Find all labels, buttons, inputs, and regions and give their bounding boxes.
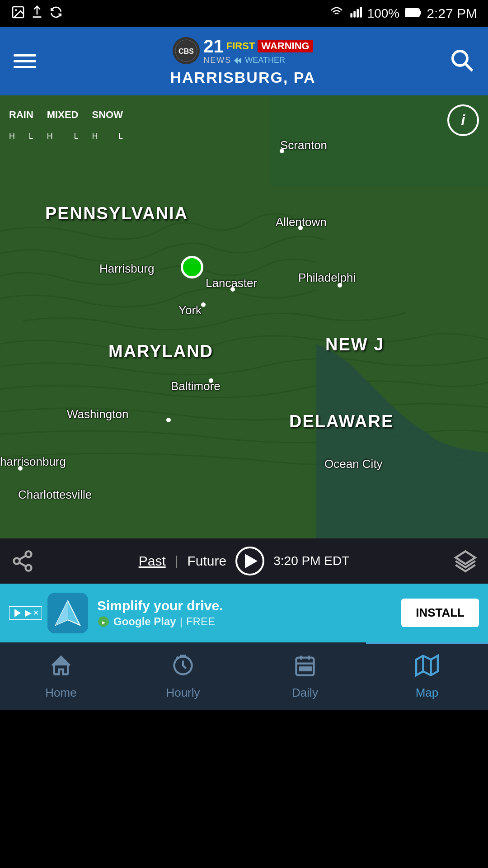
- svg-rect-33: [304, 668, 307, 671]
- upload-icon: [30, 5, 44, 23]
- svg-rect-4: [357, 9, 359, 18]
- logo-number: 21: [203, 36, 224, 56]
- scranton-label: Scranton: [280, 138, 327, 152]
- svg-rect-28: [296, 658, 314, 675]
- svg-rect-8: [420, 11, 421, 14]
- svg-marker-35: [416, 656, 438, 675]
- svg-rect-7: [405, 9, 419, 16]
- map-controls-bar: Past | Future 3:20 PM EDT: [0, 538, 488, 584]
- ad-title: Simplify your drive.: [97, 598, 392, 613]
- rain-low: L: [29, 132, 33, 141]
- pennsylvania-label: PENNSYLVANIA: [45, 204, 188, 223]
- svg-rect-34: [308, 668, 311, 671]
- scranton-dot: [280, 149, 284, 153]
- status-icons-left: [11, 5, 63, 23]
- nav-item-home[interactable]: Home: [0, 642, 122, 710]
- layers-button[interactable]: [452, 547, 479, 575]
- hourly-icon: [171, 654, 195, 682]
- svg-text:CBS: CBS: [178, 47, 194, 55]
- nav-label-map: Map: [416, 686, 439, 700]
- home-icon: [49, 654, 73, 682]
- ad-separator: |: [180, 615, 183, 628]
- svg-point-1: [15, 9, 17, 11]
- nav-label-home: Home: [45, 686, 76, 700]
- svg-line-19: [19, 562, 26, 566]
- past-button[interactable]: Past: [139, 553, 166, 569]
- harrisburg-marker: [181, 256, 203, 278]
- menu-line-1: [14, 54, 36, 57]
- ad-subtitle: ▶ Google Play | FREE: [97, 615, 392, 628]
- radar-map[interactable]: RAIN H L MIXED H L SNOW H L i PENNSYL: [0, 95, 488, 538]
- ad-text: Simplify your drive. ▶ Google Play | FRE…: [97, 598, 392, 628]
- svg-point-16: [26, 551, 32, 557]
- harrisburg-label: Harrisburg: [99, 262, 154, 276]
- menu-line-3: [14, 66, 36, 68]
- nav-item-map[interactable]: Map: [366, 642, 488, 710]
- svg-text:▶: ▶: [102, 620, 105, 624]
- cbs-logo: CBS: [173, 37, 200, 64]
- sync-icon: [49, 5, 63, 23]
- oceancity-label: Ocean City: [324, 457, 383, 471]
- logo-weather: WEATHER: [234, 56, 285, 65]
- app-header: CBS 21 FIRST WARNING NEWS WEATHER HARR: [0, 27, 488, 95]
- nav-item-daily[interactable]: Daily: [244, 642, 366, 710]
- daily-icon: [293, 654, 317, 682]
- nav-label-hourly: Hourly: [166, 686, 200, 700]
- snow-legend: SNOW H L: [92, 109, 122, 141]
- svg-line-14: [465, 63, 472, 71]
- app-logo: CBS 21 FIRST WARNING NEWS WEATHER: [173, 36, 313, 65]
- menu-button[interactable]: [14, 54, 36, 68]
- charlottesville-label: Charlottesville: [18, 488, 92, 502]
- header-center: CBS 21 FIRST WARNING NEWS WEATHER HARR: [170, 36, 315, 86]
- mixed-high: H: [47, 132, 53, 141]
- install-button[interactable]: INSTALL: [401, 599, 479, 627]
- ad-x-label: ✕: [33, 609, 39, 617]
- map-legend: RAIN H L MIXED H L SNOW H L: [0, 104, 132, 146]
- maryland-label: MARYLAND: [108, 342, 213, 361]
- york-dot: [201, 302, 206, 307]
- svg-point-17: [14, 558, 20, 564]
- harrisonburg-dot: [18, 466, 23, 471]
- logo-warning: WARNING: [258, 40, 313, 52]
- svg-rect-5: [360, 7, 362, 17]
- image-icon: [11, 5, 25, 23]
- ad-logo-icon: [47, 593, 88, 633]
- battery-percentage: 100%: [367, 6, 400, 21]
- svg-rect-2: [350, 13, 352, 17]
- ad-google-play: Google Play: [113, 615, 176, 628]
- allentown-dot: [298, 226, 303, 230]
- snow-high: H: [92, 132, 98, 141]
- battery-icon: [405, 6, 421, 21]
- snow-low: L: [118, 132, 123, 141]
- map-icon: [415, 654, 439, 682]
- ad-play-badge: ▶: [25, 608, 31, 618]
- status-bar: 100% 2:27 PM: [0, 0, 488, 27]
- status-icons-right: 100% 2:27 PM: [329, 6, 477, 22]
- harrisonburg-label: harrisonburg: [0, 455, 66, 469]
- delaware-label: DELAWARE: [289, 412, 394, 431]
- svg-rect-32: [300, 668, 303, 671]
- bottom-navigation: Home Hourly Daily: [0, 642, 488, 710]
- washington-label: Washington: [67, 407, 128, 421]
- timeline-controls: Past | Future 3:20 PM EDT: [139, 547, 350, 576]
- washington-dot: [166, 418, 171, 422]
- search-button[interactable]: [450, 48, 474, 75]
- ad-banner: ▶ ✕ Simplify your drive. ▶ Google Play |…: [0, 584, 488, 642]
- share-button[interactable]: [9, 547, 36, 575]
- baltimore-dot: [209, 378, 213, 383]
- play-button[interactable]: [235, 547, 264, 576]
- svg-marker-11: [234, 57, 238, 64]
- time-display: 2:27 PM: [427, 6, 477, 21]
- newjersey-label: NEW J: [325, 335, 384, 354]
- future-button[interactable]: Future: [188, 553, 227, 569]
- nav-item-hourly[interactable]: Hourly: [122, 642, 244, 710]
- info-button[interactable]: i: [447, 104, 479, 136]
- timeline-separator: |: [175, 553, 178, 569]
- ad-free: FREE: [186, 615, 215, 628]
- svg-marker-12: [238, 57, 241, 64]
- mixed-low: L: [74, 132, 78, 141]
- logo-news: NEWS: [203, 56, 231, 65]
- mixed-legend: MIXED H L: [47, 109, 79, 141]
- location-display: HARRISBURG, PA: [170, 69, 315, 86]
- rain-high: H: [9, 132, 15, 141]
